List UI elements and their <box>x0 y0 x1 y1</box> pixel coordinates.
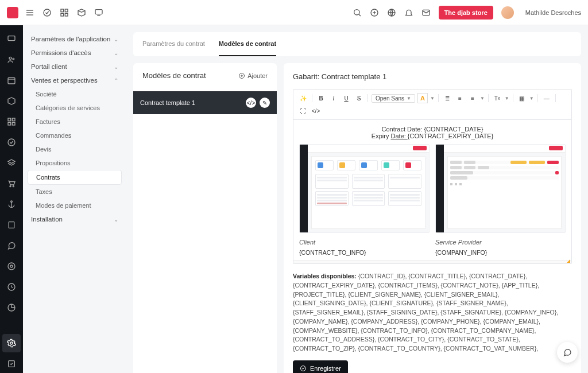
sidebar-group-client-portal[interactable]: Portail client⌄ <box>28 60 122 73</box>
svg-rect-6 <box>61 13 64 16</box>
editor-body[interactable]: Contract Date: {CONTRACT_DATE} Expiry Da… <box>293 120 571 260</box>
svg-rect-23 <box>12 118 15 121</box>
rail-dashboard[interactable] <box>2 30 21 48</box>
menu-icon[interactable] <box>25 8 34 17</box>
template-item-label: Contract template 1 <box>140 99 195 106</box>
tool-bold-icon[interactable]: B <box>316 93 326 103</box>
tool-expand-icon[interactable]: ⛶ <box>298 106 308 116</box>
sidebar-item-contracts[interactable]: Contrats <box>28 170 122 185</box>
sidebar-item-taxes[interactable]: Taxes <box>28 185 122 199</box>
rail-help[interactable] <box>2 257 21 275</box>
rail-calendar[interactable] <box>2 71 21 90</box>
sidebar-item-proposals[interactable]: Propositions <box>28 156 122 170</box>
editor-image-right <box>435 144 566 233</box>
svg-point-32 <box>8 263 15 270</box>
sidebar-item-payment-methods[interactable]: Modes de paiement <box>28 199 122 212</box>
svg-point-18 <box>9 57 11 59</box>
templates-list: Modèles de contrat Ajouter Contract temp… <box>133 63 277 373</box>
rail-anchor[interactable] <box>2 195 21 213</box>
template-code-icon[interactable]: </> <box>246 98 256 108</box>
grid-icon[interactable] <box>60 8 69 17</box>
tool-ol-icon[interactable]: ≡ <box>455 93 465 103</box>
tool-minus-icon[interactable]: — <box>541 93 552 103</box>
rail-check[interactable] <box>2 133 21 151</box>
sidebar-group-installation[interactable]: Installation⌄ <box>28 212 122 226</box>
rail-grid[interactable] <box>2 112 21 131</box>
rail-exit[interactable] <box>2 278 21 296</box>
box-icon[interactable] <box>77 8 86 17</box>
svg-point-3 <box>44 9 51 16</box>
svg-point-36 <box>10 342 13 344</box>
tool-code-icon[interactable]: </> <box>311 106 321 116</box>
tool-align-icon[interactable]: ≡ <box>467 93 478 103</box>
store-button[interactable]: The djab store <box>439 6 493 20</box>
rail-box[interactable] <box>2 92 21 110</box>
mail-icon[interactable] <box>421 8 431 17</box>
svg-rect-31 <box>9 222 14 228</box>
globe-icon[interactable] <box>387 8 396 17</box>
search-icon[interactable] <box>353 8 362 17</box>
available-variables: Variables disponibles: {CONTRACT_ID}, {C… <box>293 272 572 353</box>
topbar: The djab store Mathilde Desroches <box>0 0 588 25</box>
rail-pie[interactable] <box>2 298 21 317</box>
tab-contract-models[interactable]: Modèles de contrat <box>219 32 276 56</box>
tool-underline-icon[interactable]: U <box>341 93 351 103</box>
rail-cart[interactable] <box>2 174 21 193</box>
svg-point-33 <box>10 265 13 267</box>
avatar[interactable] <box>501 6 514 19</box>
svg-rect-17 <box>8 36 15 41</box>
check-circle-icon[interactable] <box>42 8 52 17</box>
editor-client-label: Client <box>299 239 430 246</box>
rail-chat[interactable] <box>2 236 21 255</box>
sidebar-group-permissions[interactable]: Permissions d'accès⌄ <box>28 46 122 60</box>
rail-people[interactable] <box>2 50 21 69</box>
tool-font-select[interactable]: Open Sans▼ <box>372 94 415 103</box>
svg-point-19 <box>13 58 14 60</box>
svg-point-27 <box>10 186 11 187</box>
workspace: Paramètres du contrat Modèles de contrat… <box>126 25 588 373</box>
svg-rect-24 <box>8 122 11 125</box>
rail-settings[interactable] <box>2 334 21 352</box>
tabs-card: Paramètres du contrat Modèles de contrat <box>133 32 581 56</box>
bell-icon[interactable] <box>404 8 413 17</box>
help-fab[interactable] <box>557 342 578 363</box>
tool-ul-icon[interactable]: ≣ <box>442 93 452 103</box>
tool-wand-icon[interactable]: ✨ <box>298 93 308 103</box>
icon-rail <box>0 25 23 373</box>
sidebar-group-sales[interactable]: Ventes et perspectives⌃ <box>28 73 122 87</box>
template-item[interactable]: Contract template 1 </> ✎ <box>133 91 277 114</box>
save-button[interactable]: Enregistrer <box>293 360 348 373</box>
plus-circle-icon[interactable] <box>370 8 379 17</box>
editor-resize-handle[interactable] <box>293 260 571 263</box>
rail-book[interactable] <box>2 216 21 234</box>
svg-rect-7 <box>65 13 68 16</box>
tool-italic-icon[interactable]: I <box>328 93 339 103</box>
svg-point-41 <box>301 366 306 371</box>
rail-layers[interactable] <box>2 154 21 172</box>
svg-line-11 <box>358 14 360 15</box>
sidebar-item-company[interactable]: Société <box>28 87 122 101</box>
rich-editor: ✨ B I U S Open Sans▼ A▼ ≣ ≡ ≡▼ <box>293 89 572 264</box>
template-detail: Gabarit: Contract template 1 ✨ B I U S O… <box>284 63 581 373</box>
editor-provider-label: Service Provider <box>435 239 566 246</box>
tool-strike-icon[interactable]: S <box>354 93 364 103</box>
sidebar-item-orders[interactable]: Commandes <box>28 129 122 142</box>
tool-table-icon[interactable]: ▦ <box>517 93 527 103</box>
svg-rect-20 <box>8 77 15 84</box>
sidebar-item-quotes[interactable]: Devis <box>28 142 122 156</box>
editor-image-left <box>299 144 430 233</box>
sidebar-group-app-settings[interactable]: Paramètres de l'application⌄ <box>28 32 122 46</box>
sidebar-item-invoices[interactable]: Factures <box>28 115 122 129</box>
editor-client-value: {CONTRACT_TO_INFO} <box>299 249 430 256</box>
sidebar-item-service-categories[interactable]: Catégories de services <box>28 101 122 115</box>
template-edit-icon[interactable]: ✎ <box>260 98 270 108</box>
app-logo[interactable] <box>7 7 18 18</box>
svg-point-26 <box>8 139 15 146</box>
user-name[interactable]: Mathilde Desroches <box>525 9 581 16</box>
add-template-button[interactable]: Ajouter <box>238 72 268 79</box>
tool-clear-format-icon[interactable]: Tx <box>492 93 502 103</box>
rail-edit[interactable] <box>2 355 21 373</box>
monitor-icon[interactable] <box>94 8 103 17</box>
tool-text-color[interactable]: A <box>417 93 428 103</box>
tab-contract-params[interactable]: Paramètres du contrat <box>142 32 205 56</box>
